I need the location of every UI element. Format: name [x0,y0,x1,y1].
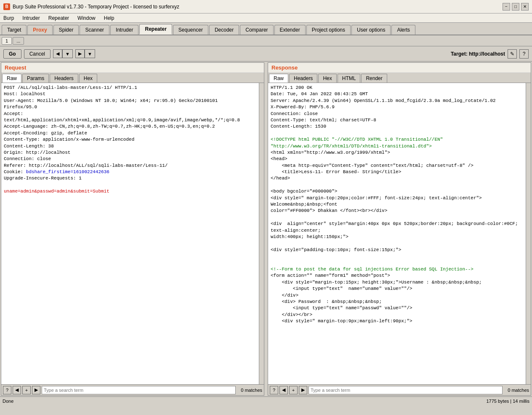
main-content: Request Raw Params Headers Hex POST /ALL… [0,62,532,396]
response-search-count: 0 matches [504,388,529,393]
menu-burp[interactable]: Burp [2,14,16,22]
menu-window[interactable]: Window [76,14,97,22]
nav-next-button[interactable]: ▶ [75,49,85,58]
toolbar: Go Cancel ◀ ▼ ▶ ▼ Target: http://localho… [0,46,532,62]
target-label: Target: http://localhost [451,51,505,57]
response-tab-render[interactable]: Render [361,74,387,83]
nav-prev-down-button[interactable]: ▼ [62,49,73,58]
response-content[interactable]: HTTP/1.1 200 OK Date: Tue, 04 Jan 2022 0… [268,83,526,384]
tab-decoder[interactable]: Decoder [209,25,239,35]
maximize-button[interactable]: □ [512,3,519,11]
app-icon: B [3,3,10,10]
close-button[interactable]: ✕ [521,3,529,11]
request-search-bar: ? ◀ + ▶ 0 matches [1,384,264,395]
response-header: Response [268,63,531,73]
response-tab-raw[interactable]: Raw [269,74,288,83]
tab-spider[interactable]: Spider [53,25,79,35]
response-scrollbar[interactable] [526,83,531,384]
tab-proxy[interactable]: Proxy [27,25,52,35]
response-search-add[interactable]: + [289,386,298,394]
tab-user-options[interactable]: User options [351,25,391,35]
nav-next-down-button[interactable]: ▼ [85,49,95,58]
response-tab-html[interactable]: HTML [338,74,361,83]
request-tab-hex[interactable]: Hex [79,74,97,83]
status-info: 1775 bytes | 14 millis [486,399,529,404]
edit-target-button[interactable]: ✎ [508,49,517,59]
request-tab-params[interactable]: Params [22,74,49,83]
go-button[interactable]: Go [3,49,21,59]
response-panel: Response Raw Headers Hex HTML Render HTT… [268,62,531,396]
title-bar: B Burp Suite Professional v1.7.30 - Temp… [0,0,532,13]
response-text-area: HTTP/1.1 200 OK Date: Tue, 04 Jan 2022 0… [268,83,531,384]
cancel-button[interactable]: Cancel [24,49,51,59]
response-search-help[interactable]: ? [270,386,278,394]
request-search-add[interactable]: + [22,386,31,394]
tab-extender[interactable]: Extender [274,25,306,35]
help-button[interactable]: ? [519,49,529,59]
nav-prev-button[interactable]: ◀ [53,49,62,58]
tab-comparer[interactable]: Comparer [240,25,273,35]
request-search-prev[interactable]: ◀ [13,386,21,394]
request-tab-raw[interactable]: Raw [2,74,21,83]
subtab-more[interactable]: ... [13,37,24,45]
request-header: Request [1,63,264,73]
request-tab-headers[interactable]: Headers [50,74,78,83]
request-tabs: Raw Params Headers Hex [1,73,264,83]
tab-intruder[interactable]: Intruder [110,25,138,35]
request-search-help[interactable]: ? [3,386,11,394]
menu-intruder[interactable]: Intruder [21,14,41,22]
tab-project-options[interactable]: Project options [306,25,351,35]
tab-scanner[interactable]: Scanner [80,25,109,35]
response-tab-headers[interactable]: Headers [289,74,317,83]
tab-repeater[interactable]: Repeater [139,24,172,35]
menu-repeater[interactable]: Repeater [47,14,71,22]
tab-sequencer[interactable]: Sequencer [173,25,208,35]
window-controls: − □ ✕ [503,3,529,11]
request-search-next[interactable]: ▶ [32,386,40,394]
panel-divider[interactable] [265,62,267,396]
response-search-bar: ? ◀ + ▶ 0 matches [268,384,531,395]
subtab-bar: 1 ... [0,35,532,46]
response-search-prev[interactable]: ◀ [279,386,288,394]
tab-target[interactable]: Target [2,25,27,35]
status-text: Done [3,399,13,404]
request-content[interactable]: POST /ALL/sql/sqli-labs-master/Less-11/ … [1,83,259,384]
menu-help[interactable]: Help [102,14,116,22]
window-title: Burp Suite Professional v1.7.30 - Tempor… [13,4,179,10]
response-search-input[interactable] [309,386,503,394]
minimize-button[interactable]: − [503,3,510,11]
request-scrollbar[interactable] [259,83,264,384]
response-tabs: Raw Headers Hex HTML Render [268,73,531,83]
request-text-area: POST /ALL/sql/sqli-labs-master/Less-11/ … [1,83,264,384]
tab-alerts[interactable]: Alerts [391,25,415,35]
request-search-input[interactable] [42,386,236,394]
request-search-count: 0 matches [237,388,262,393]
response-tab-hex[interactable]: Hex [318,74,336,83]
response-search-next[interactable]: ▶ [299,386,307,394]
menu-bar: Burp Intruder Repeater Window Help [0,13,532,23]
main-tab-bar: Target Proxy Spider Scanner Intruder Rep… [0,23,532,35]
status-bar: Done 1775 bytes | 14 millis [0,396,532,405]
subtab-1[interactable]: 1 [2,37,12,45]
request-panel: Request Raw Params Headers Hex POST /ALL… [1,62,264,396]
